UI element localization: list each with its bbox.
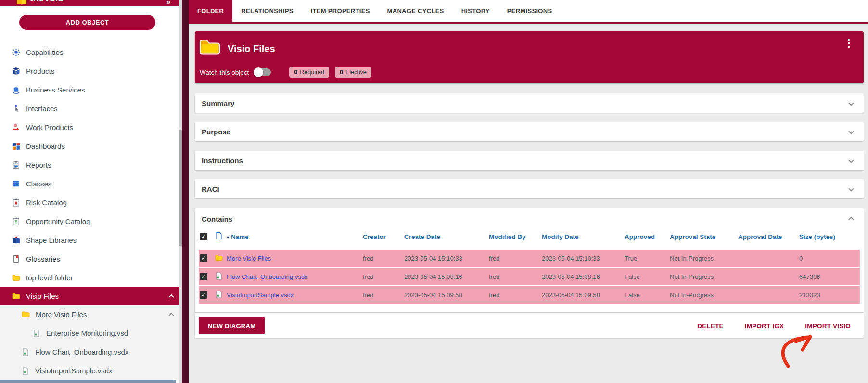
- cell-approved: True: [625, 255, 670, 262]
- column-header-approval-date[interactable]: Approval Date: [738, 233, 799, 240]
- contains-header[interactable]: Contains: [199, 208, 860, 229]
- add-object-button[interactable]: ADD OBJECT: [19, 15, 155, 30]
- row-name-link[interactable]: VisioImportSample.vsdx: [227, 291, 363, 299]
- column-header-approved[interactable]: Approved: [625, 233, 670, 240]
- cell-modified-by: fred: [489, 273, 542, 280]
- sidebar-item-capabilities[interactable]: Capabilities: [0, 43, 176, 62]
- cell-approved: False: [625, 273, 670, 280]
- sidebar-horizontal-scrollbar[interactable]: [0, 380, 176, 383]
- classes-icon: [12, 180, 20, 188]
- cell-size: 0: [799, 255, 860, 262]
- tab-folder[interactable]: FOLDER: [189, 0, 232, 22]
- cell-modified-by: fred: [489, 291, 542, 299]
- section-title: Contains: [202, 215, 232, 223]
- sidebar-item-interfaces[interactable]: Interfaces: [0, 99, 176, 118]
- section-instructions[interactable]: Instructions: [195, 151, 864, 170]
- sidebar-item-dashboards[interactable]: Dashboards: [0, 137, 176, 156]
- folder-icon: [22, 310, 30, 318]
- watch-toggle[interactable]: [255, 68, 271, 76]
- sidebar-item-classes[interactable]: Classes: [0, 174, 176, 193]
- sidebar-item-label: Opportunity Catalog: [26, 217, 90, 225]
- sidebar-item-label: Business Services: [26, 86, 85, 94]
- table-row[interactable]: ✓ VisioImportSample.vsdx fred 2023-05-04…: [199, 286, 860, 304]
- cell-creator: fred: [363, 255, 404, 262]
- work-products-icon: [12, 123, 20, 132]
- row-name-link[interactable]: More Visio Files: [227, 255, 363, 262]
- folder-icon: [215, 254, 223, 262]
- section-summary[interactable]: Summary: [195, 93, 864, 113]
- select-all-checkbox[interactable]: ✓: [200, 233, 207, 240]
- import-visio-button[interactable]: IMPORT VISIO: [805, 322, 851, 330]
- column-header-size[interactable]: Size (bytes): [799, 233, 860, 240]
- new-diagram-button[interactable]: NEW DIAGRAM: [199, 317, 265, 334]
- cell-create-date: 2023-05-04 15:09:58: [404, 291, 489, 299]
- cell-approval-state: Not In-Progress: [670, 273, 738, 280]
- app-logo: theVoid: [16, 0, 64, 4]
- object-header-card: Visio Files Watch this object 0 Required…: [195, 31, 864, 83]
- vsdx-file-icon: [22, 367, 29, 375]
- section-title: Summary: [202, 99, 234, 107]
- row-checkbox[interactable]: ✓: [200, 254, 207, 262]
- sidebar-item-label: Work Products: [26, 123, 73, 132]
- sidebar-item-more-visio-files[interactable]: More Visio Files: [0, 305, 179, 324]
- tab-permissions[interactable]: PERMISSIONS: [498, 0, 561, 22]
- tab-relationships[interactable]: RELATIONSHIPS: [232, 0, 302, 22]
- sidebar-nav: Capabilities Products Business Services: [0, 43, 176, 287]
- sidebar-item-label: Products: [26, 67, 54, 75]
- vsdx-file-icon: [22, 348, 29, 356]
- cell-approval-state: Not In-Progress: [670, 255, 738, 262]
- sidebar-item-reports[interactable]: Reports: [0, 156, 176, 174]
- sidebar-item-business-services[interactable]: Business Services: [0, 80, 176, 99]
- cell-approval-state: Not In-Progress: [670, 291, 738, 299]
- file-type-column-icon: [215, 232, 223, 240]
- sidebar-item-visio-files-selected[interactable]: Visio Files: [0, 287, 179, 305]
- column-header-modify-date[interactable]: Modify Date: [542, 233, 625, 240]
- column-header-creator[interactable]: Creator: [363, 233, 404, 240]
- vsdx-file-icon: [215, 291, 223, 298]
- sidebar-item-opportunity-catalog[interactable]: Opportunity Catalog: [0, 212, 176, 231]
- sidebar-item-risk-catalog[interactable]: Risk Catalog: [0, 193, 176, 212]
- app-logo-text: theVoid: [30, 0, 64, 4]
- section-contains: Contains ✓ ▾Name Creator Create Date Mod…: [195, 208, 864, 312]
- opportunity-catalog-icon: [12, 217, 20, 225]
- watch-object-label: Watch this object: [200, 69, 249, 76]
- column-header-create-date[interactable]: Create Date: [404, 233, 489, 240]
- chevron-up-icon: [168, 312, 174, 317]
- delete-button[interactable]: DELETE: [697, 322, 723, 330]
- sidebar-item-enterprise-monitoring[interactable]: Enterprise Monitoring.vsd: [0, 324, 179, 343]
- table-row[interactable]: ✓ Flow Chart_Onboarding.vsdx fred 2023-0…: [199, 268, 860, 285]
- dashboards-icon: [12, 142, 20, 150]
- sidebar-item-glossaries[interactable]: Glossaries: [0, 250, 176, 268]
- required-count: 0: [294, 69, 297, 76]
- sidebar-item-label: Dashboards: [26, 142, 65, 150]
- column-header-name[interactable]: ▾Name: [227, 233, 363, 240]
- section-title: Instructions: [202, 157, 243, 165]
- sidebar-item-flow-chart-onboarding[interactable]: Flow Chart_Onboarding.vsdx: [0, 343, 179, 361]
- section-purpose[interactable]: Purpose: [195, 122, 864, 141]
- row-checkbox[interactable]: ✓: [200, 273, 207, 280]
- row-name-link[interactable]: Flow Chart_Onboarding.vsdx: [227, 273, 363, 280]
- tab-manage-cycles[interactable]: MANAGE CYCLES: [379, 0, 453, 22]
- kebab-menu-icon[interactable]: [846, 38, 851, 49]
- glossaries-icon: [12, 255, 20, 263]
- sidebar-collapse-icon[interactable]: »: [166, 0, 170, 6]
- import-igx-button[interactable]: IMPORT IGX: [745, 322, 784, 330]
- column-header-approval-state[interactable]: Approval State: [670, 233, 738, 240]
- table-row[interactable]: ✓ More Visio Files fred 2023-05-04 15:10…: [199, 250, 860, 267]
- row-checkbox[interactable]: ✓: [200, 291, 207, 299]
- elective-count: 0: [340, 69, 343, 76]
- sidebar-item-products[interactable]: Products: [0, 62, 176, 80]
- column-header-modified-by[interactable]: Modified By: [489, 233, 542, 240]
- section-raci[interactable]: RACI: [195, 179, 864, 198]
- tab-item-properties[interactable]: ITEM PROPERTIES: [302, 0, 379, 22]
- cell-creator: fred: [363, 273, 404, 280]
- sidebar-item-visioimportsample[interactable]: VisioImportSample.vsdx: [0, 361, 179, 380]
- tab-history[interactable]: HISTORY: [453, 0, 498, 22]
- sidebar-item-label: Visio Files: [26, 292, 59, 300]
- section-title: Purpose: [202, 128, 230, 136]
- sidebar-item-shape-libraries[interactable]: Shape Libraries: [0, 231, 176, 250]
- sidebar-item-top-level-folder[interactable]: top level folder: [0, 268, 176, 287]
- chevron-down-icon: [848, 158, 854, 163]
- cell-modify-date: 2023-05-04 15:10:33: [542, 255, 625, 262]
- sidebar-item-work-products[interactable]: Work Products: [0, 118, 176, 137]
